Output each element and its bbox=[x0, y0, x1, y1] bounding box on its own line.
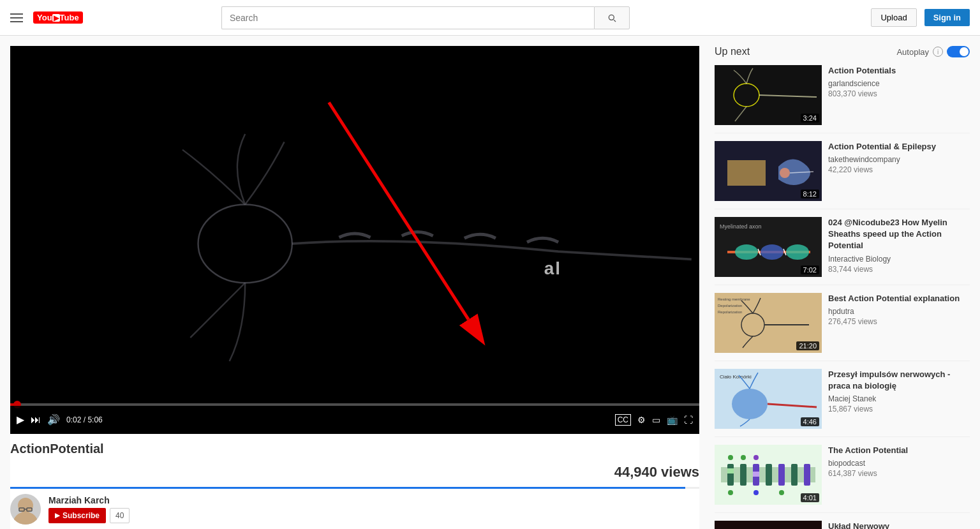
thumbnail-container bbox=[715, 521, 822, 529]
video-item-channel: biopodcast bbox=[828, 459, 970, 468]
thumbnail bbox=[715, 521, 822, 529]
thumbnail-container: Myelinated axon 7:02 bbox=[715, 217, 822, 277]
autoplay-label: Autoplay bbox=[896, 47, 929, 57]
list-item[interactable]: 8:12 Action Potential & Epilepsy takethe… bbox=[715, 141, 970, 209]
left-column: al ▶ ⏭ 🔊 bbox=[10, 46, 699, 529]
video-text-overlay: al bbox=[544, 258, 561, 279]
volume-button[interactable]: 🔊 bbox=[47, 414, 60, 426]
svg-point-30 bbox=[732, 389, 768, 419]
miniplayer-button[interactable]: ▭ bbox=[652, 415, 660, 425]
search-button[interactable] bbox=[594, 6, 630, 29]
list-item[interactable]: 4:01 The Action Potential biopodcast 614… bbox=[715, 445, 970, 513]
youtube-logo-yt: You▶Tube bbox=[33, 11, 83, 24]
play-button[interactable]: ▶ bbox=[17, 414, 24, 426]
svg-rect-12 bbox=[727, 160, 766, 186]
thumbnail-container: 8:12 bbox=[715, 141, 822, 201]
video-meta: Best Action Potential explanation hpdutr… bbox=[828, 293, 970, 353]
duration-badge: 4:46 bbox=[801, 417, 819, 426]
svg-text:Depolarization: Depolarization bbox=[718, 304, 742, 308]
list-item[interactable]: Układ Nerwowy bbox=[715, 521, 970, 529]
svg-rect-41 bbox=[791, 464, 798, 486]
list-item[interactable]: Ciało Komórki 4:46 Przesył impulsów nerw… bbox=[715, 369, 970, 437]
autoplay-toggle[interactable] bbox=[947, 46, 970, 57]
svg-point-3 bbox=[13, 512, 38, 525]
svg-point-47 bbox=[754, 490, 759, 495]
video-item-views: 803,370 views bbox=[828, 89, 970, 98]
svg-rect-38 bbox=[753, 472, 759, 477]
svg-rect-39 bbox=[766, 464, 772, 486]
video-player[interactable]: al ▶ ⏭ 🔊 bbox=[10, 46, 699, 434]
duration-badge: 8:12 bbox=[801, 190, 819, 198]
up-next-label: Up next bbox=[715, 46, 750, 57]
svg-point-45 bbox=[754, 455, 759, 460]
list-item[interactable]: Resting membrane Depolarization Repolari… bbox=[715, 293, 970, 361]
upload-button[interactable]: Upload bbox=[871, 8, 916, 27]
duration-badge: 21:20 bbox=[796, 341, 819, 350]
duration-badge: 7:02 bbox=[801, 265, 819, 274]
toggle-thumb bbox=[960, 47, 969, 56]
svg-text:Ciało Komórki: Ciało Komórki bbox=[720, 374, 752, 380]
cast-button[interactable]: 📺 bbox=[667, 415, 678, 425]
channel-name[interactable]: Marziah Karch bbox=[48, 495, 699, 505]
svg-text:Repolarization: Repolarization bbox=[718, 310, 742, 314]
time-display: 0:02 / 5:06 bbox=[66, 415, 103, 424]
svg-point-13 bbox=[780, 168, 790, 178]
next-button[interactable]: ⏭ bbox=[31, 414, 41, 426]
duration-badge: 3:24 bbox=[801, 114, 819, 123]
video-item-title: Przesył impulsów nerwowych - praca na bi… bbox=[828, 369, 970, 392]
video-meta: 024 @Nicodube23 How Myelin Sheaths speed… bbox=[828, 217, 970, 277]
video-meta: Action Potentials garlandscience 803,370… bbox=[828, 65, 970, 125]
signin-button[interactable]: Sign in bbox=[924, 9, 970, 26]
subscribe-button[interactable]: ▶ Subscribe bbox=[48, 508, 106, 523]
video-list: 3:24 Action Potentials garlandscience 80… bbox=[715, 65, 970, 529]
video-item-channel: Interactive Biology bbox=[828, 255, 970, 264]
video-item-channel: takethewindcompany bbox=[828, 155, 970, 164]
video-item-channel: garlandscience bbox=[828, 79, 970, 88]
settings-button[interactable]: ⚙ bbox=[637, 415, 646, 425]
autoplay-row: Autoplay i bbox=[896, 46, 970, 57]
search-input[interactable] bbox=[221, 6, 594, 29]
right-sidebar: Up next Autoplay i bbox=[715, 46, 970, 529]
video-info: ActionPotential 44,940 views bbox=[10, 434, 699, 530]
search-container bbox=[221, 6, 630, 29]
video-item-title: 024 @Nicodube23 How Myelin Sheaths speed… bbox=[828, 217, 970, 252]
svg-point-46 bbox=[728, 490, 733, 495]
video-item-views: 276,475 views bbox=[828, 317, 970, 326]
svg-point-43 bbox=[728, 455, 733, 460]
svg-text:Myelinated axon: Myelinated axon bbox=[720, 223, 762, 230]
logo[interactable]: You▶Tube bbox=[33, 11, 85, 24]
video-item-channel: Maciej Stanek bbox=[828, 394, 970, 403]
subscribe-label: Subscribe bbox=[63, 511, 100, 520]
time-current: 0:02 bbox=[66, 415, 81, 424]
list-item[interactable]: Myelinated axon 7:02 bbox=[715, 217, 970, 285]
menu-icon[interactable] bbox=[10, 13, 23, 22]
views-count: 44,940 views bbox=[614, 464, 699, 481]
video-item-title: Action Potential & Epilepsy bbox=[828, 141, 970, 153]
svg-point-0 bbox=[198, 205, 292, 283]
subscribe-row: ▶ Subscribe 40 bbox=[48, 508, 699, 523]
channel-info: Marziah Karch ▶ Subscribe 40 bbox=[48, 495, 699, 523]
list-item[interactable]: 3:24 Action Potentials garlandscience 80… bbox=[715, 65, 970, 133]
svg-rect-36 bbox=[740, 464, 746, 486]
svg-point-44 bbox=[741, 455, 746, 460]
time-total: 5:06 bbox=[87, 415, 102, 424]
cc-button[interactable]: CC bbox=[615, 414, 631, 426]
video-item-title: Best Action Potential explanation bbox=[828, 293, 970, 304]
autoplay-info-icon[interactable]: i bbox=[933, 47, 943, 57]
video-meta: Przesył impulsów nerwowych - praca na bi… bbox=[828, 369, 970, 429]
svg-point-19 bbox=[761, 244, 783, 260]
video-canvas: al bbox=[10, 46, 699, 434]
video-meta: The Action Potential biopodcast 614,387 … bbox=[828, 445, 970, 505]
thumbnail-container: 4:01 bbox=[715, 445, 822, 505]
svg-rect-49 bbox=[715, 521, 822, 529]
fullscreen-button[interactable]: ⛶ bbox=[684, 415, 693, 425]
thumbnail-container: Resting membrane Depolarization Repolari… bbox=[715, 293, 822, 353]
youtube-icon-small: ▶ bbox=[55, 512, 60, 519]
video-meta: Układ Nerwowy bbox=[828, 521, 970, 529]
svg-rect-42 bbox=[804, 464, 810, 486]
video-meta: Action Potential & Epilepsy takethewindc… bbox=[828, 141, 970, 201]
svg-rect-35 bbox=[727, 468, 734, 473]
thumbnail-container: 3:24 bbox=[715, 65, 822, 125]
svg-text:Resting membrane: Resting membrane bbox=[718, 297, 750, 301]
video-item-views: 614,387 views bbox=[828, 469, 970, 478]
